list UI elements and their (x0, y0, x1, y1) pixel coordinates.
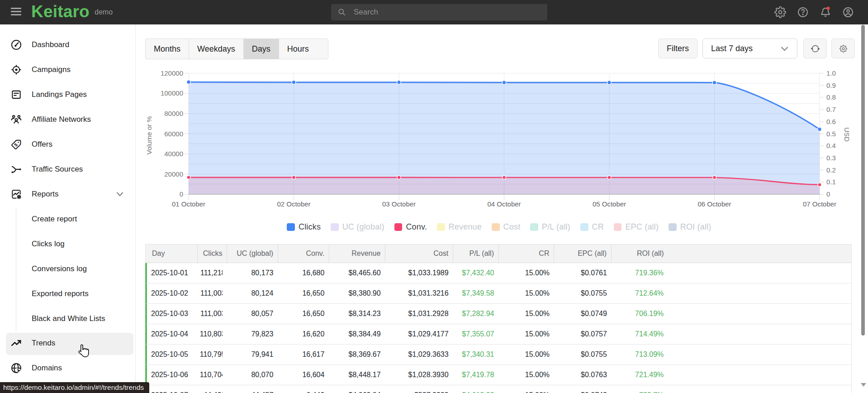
svg-text:06 October: 06 October (697, 200, 731, 208)
svg-text:Volume or %: Volume or % (145, 116, 153, 154)
svg-text:40000: 40000 (164, 150, 183, 158)
svg-text:100000: 100000 (161, 89, 183, 97)
svg-text:05 October: 05 October (593, 200, 626, 208)
svg-text:80000: 80000 (164, 110, 183, 117)
svg-text:0.4: 0.4 (826, 142, 836, 149)
svg-text:0.8: 0.8 (826, 93, 836, 101)
svg-text:1.0: 1.0 (826, 69, 836, 77)
svg-text:0.5: 0.5 (826, 130, 836, 138)
svg-text:07 October: 07 October (803, 200, 836, 208)
svg-text:USD: USD (843, 127, 851, 142)
svg-text:20000: 20000 (164, 170, 183, 178)
svg-text:0: 0 (180, 190, 183, 198)
svg-text:0.2: 0.2 (826, 166, 836, 174)
svg-text:0.7: 0.7 (826, 105, 836, 113)
svg-text:04 October: 04 October (487, 200, 521, 208)
svg-text:02 October: 02 October (277, 200, 310, 208)
svg-text:0.6: 0.6 (826, 118, 836, 125)
svg-text:120000: 120000 (161, 69, 183, 77)
svg-text:01 October: 01 October (172, 200, 205, 208)
svg-text:0.3: 0.3 (826, 154, 836, 162)
svg-text:03 October: 03 October (382, 200, 416, 208)
svg-text:0.1: 0.1 (826, 178, 836, 186)
svg-text:60000: 60000 (164, 130, 183, 138)
svg-text:0: 0 (826, 190, 830, 198)
svg-text:0.9: 0.9 (826, 81, 836, 89)
